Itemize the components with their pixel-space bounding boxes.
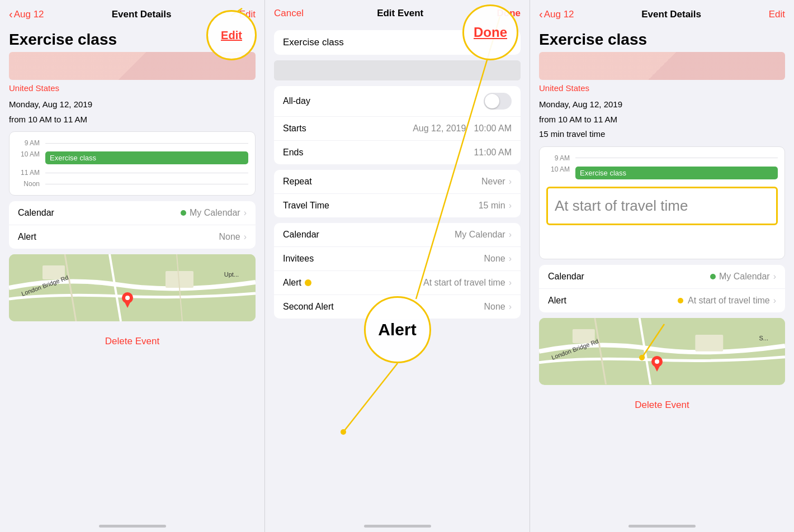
back-button-1[interactable]: ‹ Aug 12 <box>9 8 44 21</box>
repeat-section: Repeat Never › Travel Time 15 min › <box>274 170 521 217</box>
alert-text-3: At start of travel time <box>688 296 770 306</box>
panel-3: ‹ Aug 12 Event Details Edit Exercise cla… <box>530 0 794 532</box>
invitees-value: None › <box>484 254 512 264</box>
back-button-3[interactable]: ‹ Aug 12 <box>539 8 574 21</box>
cal-line-3 <box>45 184 248 184</box>
event-title-3: Exercise class <box>539 31 785 49</box>
starts-label: Starts <box>283 124 306 134</box>
cal-time-noon-1: Noon <box>16 180 40 188</box>
location-link-1[interactable]: United States <box>9 83 256 93</box>
content-3: Exercise class United States Monday, Aug… <box>530 31 794 420</box>
redacted-field-2 <box>274 60 521 80</box>
alert-value-3: At start of travel time › <box>678 296 776 306</box>
annotation-alert-circle: Alert <box>364 296 431 363</box>
svg-point-8 <box>341 429 346 435</box>
content-2: Exercise class All-day Starts Aug 12, 20… <box>265 30 530 319</box>
alert-row-2[interactable]: Alert At start of travel time › <box>274 271 521 295</box>
calendar-row-1[interactable]: Calendar My Calendar › <box>9 201 256 225</box>
repeat-text: Never <box>481 177 505 187</box>
calendar-value-2: My Calendar › <box>455 230 512 240</box>
map-thumb-1: London Bridge Rd Upt... <box>9 254 256 321</box>
calendar-mini-1: 9 AM 10 AM Exercise class 11 AM Noon <box>9 131 256 196</box>
traveltime-value: 15 min › <box>479 201 512 211</box>
back-label-1[interactable]: Aug 12 <box>14 9 44 20</box>
calendar-text-2: My Calendar <box>455 230 505 240</box>
cal-time-10am-1: 10 AM <box>16 150 40 165</box>
allday-label: All-day <box>283 96 310 106</box>
svg-point-15 <box>655 359 659 364</box>
nav-bar-3: ‹ Aug 12 Event Details Edit <box>530 0 794 26</box>
calendar-mini-3: 9 AM 10 AM Exercise class At start of tr… <box>539 146 785 259</box>
chevron-right-cal: › <box>509 230 512 240</box>
invitees-text: None <box>484 254 505 264</box>
map-label2-3: S... <box>759 335 768 341</box>
back-label-3[interactable]: Aug 12 <box>544 9 574 20</box>
allday-row[interactable]: All-day <box>274 86 521 117</box>
date-line3-3: 15 min travel time <box>539 128 785 141</box>
home-indicator-3 <box>628 525 696 528</box>
dot-green-1 <box>181 210 186 216</box>
annotation-done-label: Done <box>474 25 507 40</box>
svg-marker-14 <box>654 365 660 372</box>
dot-yellow-3 <box>678 298 683 303</box>
chevron-right-alert: › <box>509 278 512 288</box>
toggle-knob <box>485 94 499 108</box>
annotation-edit-circle: Edit <box>206 10 257 60</box>
repeat-value: Never › <box>481 177 512 187</box>
date-line2-1: from 10 AM to 11 AM <box>9 113 256 126</box>
chevron-right-icon-3a: › <box>773 272 776 282</box>
delete-button-1[interactable]: Delete Event <box>9 327 256 356</box>
calendar-text-3: My Calendar <box>719 272 770 282</box>
repeat-row[interactable]: Repeat Never › <box>274 170 521 194</box>
panel-1: ‹ Aug 12 Event Details Edit Exercise cla… <box>0 0 264 532</box>
ends-time: 11:00 AM <box>474 148 512 158</box>
annotation-alert-label: Alert <box>378 320 416 339</box>
panel-2: Cancel Edit Event Done Exercise class Al… <box>264 0 530 532</box>
cal-line-1 <box>45 143 248 144</box>
delete-button-3[interactable]: Delete Event <box>539 391 785 420</box>
ends-row[interactable]: Ends 11:00 AM <box>274 141 521 164</box>
calendar-text-1: My Calendar <box>190 208 240 218</box>
content-1: Exercise class United States Monday, Aug… <box>0 31 264 356</box>
event-name-text[interactable]: Exercise class <box>283 37 344 48</box>
callout-box-3: At start of travel time <box>546 187 778 225</box>
svg-line-7 <box>343 363 398 432</box>
chevron-left-icon-3: ‹ <box>539 8 543 21</box>
home-indicator-1 <box>99 525 166 528</box>
starts-date: Aug 12, 2019 <box>413 124 466 134</box>
cancel-button-2[interactable]: Cancel <box>274 8 304 19</box>
date-line1-1: Monday, Aug 12, 2019 <box>9 98 256 111</box>
map-pin-3 <box>650 356 664 375</box>
alert-row-3[interactable]: Alert At start of travel time › <box>539 289 785 312</box>
calendar-row-3[interactable]: Calendar My Calendar › <box>539 265 785 289</box>
alert-label-1: Alert <box>18 232 36 242</box>
edit-button-3[interactable]: Edit <box>769 9 785 20</box>
table-section-1: Calendar My Calendar › Alert None › <box>9 201 256 249</box>
location-link-3[interactable]: United States <box>539 83 785 93</box>
allday-toggle[interactable] <box>484 93 512 110</box>
svg-rect-12 <box>695 334 723 351</box>
invitees-row[interactable]: Invitees None › <box>274 247 521 271</box>
traveltime-row[interactable]: Travel Time 15 min › <box>274 194 521 217</box>
annotation-edit-label: Edit <box>221 29 242 42</box>
map-thumb-3: London Bridge Rd S... <box>539 318 785 385</box>
starts-row[interactable]: Starts Aug 12, 2019 10:00 AM <box>274 117 521 141</box>
annotation-done-circle: Done <box>462 4 518 60</box>
alert-text-2: At start of travel time <box>423 278 505 288</box>
svg-marker-4 <box>124 301 131 308</box>
calendar-value-3: My Calendar › <box>710 272 776 282</box>
calendar-row-2[interactable]: Calendar My Calendar › <box>274 223 521 247</box>
nav-title-2: Edit Event <box>377 8 423 19</box>
nav-title-3: Event Details <box>641 9 701 20</box>
starts-time: 10:00 AM <box>474 124 512 134</box>
chevron-right-travel: › <box>509 201 512 211</box>
chevron-left-icon: ‹ <box>9 8 13 21</box>
cal-time-9am-3: 9 AM <box>546 154 570 162</box>
alert-row-1[interactable]: Alert None › <box>9 225 256 249</box>
second-alert-label: Second Alert <box>283 302 334 312</box>
alert-value-1: None › <box>219 232 247 242</box>
cal-line-2 <box>45 173 248 173</box>
traveltime-text: 15 min <box>479 201 505 211</box>
cal-line-3a <box>575 158 778 158</box>
calendar-event-block-1: Exercise class <box>45 151 248 164</box>
